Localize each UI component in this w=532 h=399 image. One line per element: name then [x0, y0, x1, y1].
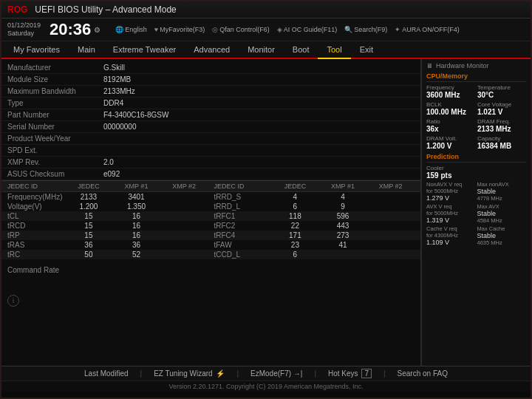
- tr4-rxmp2: [366, 231, 415, 239]
- separator-2: |: [236, 369, 239, 378]
- main-content: Manufacturer G.Skill Module Size 8192MB …: [1, 59, 531, 366]
- nav-main[interactable]: Main: [69, 41, 104, 59]
- tr0-label: Frequency(MHz): [7, 193, 65, 201]
- ezmode-link[interactable]: EzMode(F7) →|: [250, 369, 302, 378]
- capacity-label: Capacity: [477, 135, 526, 142]
- tr0-rlabel: tRRD_S: [208, 193, 272, 201]
- shortcut-english-label: English: [125, 26, 147, 33]
- serial-number-label: Serial Number: [7, 123, 103, 131]
- tr3-label: tRCD: [7, 222, 65, 230]
- module-size-label: Module Size: [7, 75, 103, 83]
- last-modified-link[interactable]: Last Modified: [84, 369, 128, 378]
- tr6-jedec: 50: [65, 250, 113, 259]
- time-display: 20:36: [50, 20, 91, 39]
- manufacturer-value: G.Skill: [103, 64, 125, 72]
- jedec-col-header-xmp12: XMP #1: [319, 183, 367, 190]
- nonavx-req-value: 1.279 V: [426, 194, 476, 202]
- max-nonavx-freq: 4778 MHz: [477, 195, 527, 202]
- ez-tuning-link[interactable]: EZ Tuning Wizard ⚡: [154, 369, 225, 378]
- dram-freq-label: DRAM Freq.: [477, 118, 526, 125]
- nav-my-favorites[interactable]: My Favorites: [4, 41, 69, 59]
- shortcut-search[interactable]: 🔍 Search(F9): [344, 26, 387, 33]
- tr1-rxmp1: 9: [319, 202, 367, 211]
- dram-freq-item: DRAM Freq. 2133 MHz: [477, 118, 526, 133]
- manufacturer-label: Manufacturer: [7, 64, 103, 72]
- title-bar: ROG UEFI BIOS Utility – Advanced Mode: [1, 1, 531, 18]
- timing-row-2: tCL 15 16 tRFC1 118 596: [1, 211, 420, 221]
- fan-icon: ◎: [212, 26, 218, 33]
- gear-icon[interactable]: ⚙: [94, 26, 100, 34]
- tr1-rjedec: 6: [271, 202, 319, 211]
- version-bar: Version 2.20.1271. Copyright (C) 2019 Am…: [1, 381, 531, 392]
- hw-monitor-title: 🖥 Hardware Monitor: [426, 62, 526, 69]
- tr2-jedec: 15: [65, 212, 113, 220]
- shortcut-aura[interactable]: ✦ AURA ON/OFF(F4): [395, 26, 460, 33]
- tr3-jedec: 15: [65, 222, 113, 230]
- nav-monitor[interactable]: Monitor: [239, 41, 284, 59]
- core-voltage-label: Core Voltage: [477, 101, 526, 108]
- tr5-xmp1: 36: [112, 241, 160, 249]
- tr2-rjedec: 118: [271, 212, 319, 220]
- max-nonavx-label: Max nonAVX: [477, 181, 527, 188]
- bclk-label: BCLK: [426, 101, 475, 108]
- tr2-rxmp1: 596: [319, 212, 367, 220]
- ez-tuning-label: EZ Tuning Wizard: [154, 369, 212, 378]
- left-panel: Manufacturer G.Skill Module Size 8192MB …: [1, 59, 421, 366]
- prediction-section-title: Prediction: [426, 153, 526, 163]
- timing-row-5: tRAS 36 36 tFAW 23 41: [1, 240, 420, 250]
- nav-extreme-tweaker[interactable]: Extreme Tweaker: [104, 41, 185, 59]
- nav-advanced[interactable]: Advanced: [185, 41, 239, 59]
- frequency-item: Frequency 3600 MHz: [426, 84, 475, 99]
- tr1-jedec: 1.200: [65, 202, 113, 211]
- shortcut-aioc[interactable]: ◈ AI OC Guide(F11): [277, 26, 338, 33]
- search-icon: 🔍: [344, 26, 352, 33]
- shortcut-myfavorite[interactable]: ♥ MyFavorite(F3): [154, 26, 205, 33]
- search-faq-link[interactable]: Search on FAQ: [398, 369, 448, 378]
- favorite-icon: ♥: [154, 26, 158, 33]
- cooler-item: Cooler 159 pts: [426, 165, 526, 180]
- monitor-icon: 🖥: [426, 62, 433, 69]
- max-bandwidth-value: 2133MHz: [103, 87, 135, 95]
- jedec-col-header-id2: JEDEC ID: [208, 183, 272, 190]
- tr2-rlabel: tRFC1: [208, 212, 272, 220]
- avx-req-value: 1.319 V: [426, 216, 476, 224]
- tr0-rxmp1: 4: [319, 193, 367, 201]
- hot-keys-link[interactable]: Hot Keys 7: [328, 369, 372, 378]
- tr5-rjedec: 23: [271, 241, 319, 249]
- jedec-col-header-jedec2: JEDEC: [271, 183, 319, 190]
- hw-monitor-title-text: Hardware Monitor: [436, 62, 489, 69]
- tr0-rjedec: 4: [271, 193, 319, 201]
- tr5-rxmp2: [366, 241, 415, 249]
- module-size-row: Module Size 8192MB: [1, 74, 420, 86]
- serial-number-row: Serial Number 00000000: [1, 121, 420, 133]
- ezmode-icon: →|: [293, 369, 303, 378]
- shortcut-qfan[interactable]: ◎ Qfan Control(F6): [212, 26, 270, 33]
- nav-exit[interactable]: Exit: [351, 41, 382, 59]
- max-avx-freq: 4584 MHz: [477, 217, 527, 224]
- info-section: i: [1, 292, 420, 310]
- shortcut-myfavorite-label: MyFavorite(F3): [160, 26, 205, 33]
- temperature-item: Temperature 30°C: [477, 84, 526, 99]
- dram-freq-value: 2133 MHz: [477, 125, 526, 133]
- separator-1: |: [140, 369, 143, 378]
- tr6-rlabel: tCCD_L: [208, 250, 272, 259]
- tr6-xmp2: [160, 250, 208, 259]
- bottom-bar: Last Modified | EZ Tuning Wizard ⚡ | EzM…: [1, 366, 531, 381]
- jedec-header-row: JEDEC ID JEDEC XMP #1 XMP #2 JEDEC ID JE…: [1, 180, 420, 192]
- tr1-label: Voltage(V): [7, 202, 65, 211]
- product-week-label: Product Week/Year: [7, 134, 103, 143]
- tr2-xmp1: 16: [112, 212, 160, 220]
- right-panel: 🖥 Hardware Monitor CPU/Memory Frequency …: [421, 59, 531, 366]
- shortcut-english[interactable]: 🌐 English: [115, 26, 147, 33]
- ezmode-label: EzMode(F7): [250, 369, 291, 378]
- ratio-value: 36x: [426, 125, 475, 133]
- tr4-rjedec: 171: [271, 231, 319, 239]
- capacity-value: 16384 MB: [477, 142, 526, 150]
- aura-icon: ✦: [395, 26, 400, 33]
- nav-boot[interactable]: Boot: [284, 41, 318, 59]
- shortcut-aioc-label: AI OC Guide(F11): [284, 26, 338, 33]
- nav-tool[interactable]: Tool: [318, 41, 350, 59]
- info-icon[interactable]: i: [7, 295, 19, 307]
- jedec-col-header-xmp1: XMP #1: [112, 183, 160, 190]
- asus-checksum-label: ASUS Checksum: [7, 170, 103, 178]
